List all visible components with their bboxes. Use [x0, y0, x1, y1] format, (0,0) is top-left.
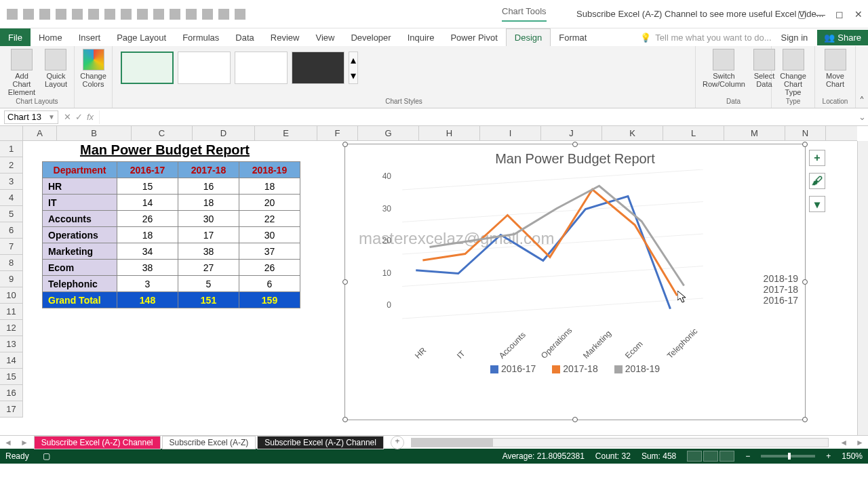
value-cell[interactable]: 30	[178, 211, 239, 227]
header-year-1[interactable]: 2016-17	[117, 162, 178, 178]
qat-icon[interactable]	[218, 9, 229, 20]
dept-cell[interactable]: Ecom	[43, 260, 117, 276]
value-cell[interactable]: 37	[239, 243, 300, 260]
value-cell[interactable]: 15	[117, 178, 178, 195]
row-header[interactable]: 4	[0, 190, 22, 206]
cells-area[interactable]: Man Power Budget Report Department 2016-…	[23, 141, 857, 435]
scroll-right-icon[interactable]: ►	[852, 438, 868, 447]
dept-cell[interactable]: Telephonic	[43, 276, 117, 292]
col-header[interactable]: N	[785, 126, 826, 140]
value-cell[interactable]: 17	[178, 227, 239, 243]
row-header[interactable]: 10	[0, 287, 22, 304]
new-sheet-button[interactable]: +	[391, 436, 404, 449]
qat-icon[interactable]	[137, 9, 148, 20]
qat-icon[interactable]	[170, 9, 180, 20]
row-header[interactable]: 16	[0, 385, 22, 401]
sheet-tab[interactable]: Subscribe Excel (A-Z) Channel	[257, 436, 384, 449]
col-header[interactable]: K	[602, 126, 663, 140]
row-header[interactable]: 3	[0, 174, 22, 190]
value-cell[interactable]: 16	[178, 178, 239, 195]
qat-icon[interactable]	[121, 9, 132, 20]
total-v2[interactable]: 151	[178, 292, 239, 308]
tab-insert[interactable]: Insert	[71, 28, 109, 46]
change-chart-type-button[interactable]: Change Chart Type	[776, 47, 810, 98]
chart-elements-button[interactable]: +	[809, 150, 825, 166]
col-header[interactable]: F	[317, 126, 358, 140]
qat-icon[interactable]	[186, 9, 197, 20]
col-header[interactable]: D	[193, 126, 255, 140]
tab-formulas[interactable]: Formulas	[174, 28, 227, 46]
tab-file[interactable]: File	[0, 28, 31, 46]
expand-formula-icon[interactable]: ⌄	[856, 112, 868, 122]
value-cell[interactable]: 6	[239, 276, 300, 292]
close-icon[interactable]: ✕	[849, 7, 868, 21]
macro-record-icon[interactable]: ▢	[43, 451, 50, 461]
value-cell[interactable]: 26	[117, 211, 178, 227]
total-label[interactable]: Grand Total	[43, 292, 117, 308]
row-header[interactable]: 15	[0, 369, 22, 385]
row-header[interactable]: 5	[0, 206, 22, 222]
col-header[interactable]: G	[358, 126, 419, 140]
qat-icon[interactable]	[72, 9, 83, 20]
ribbon-options-icon[interactable]: ▢	[792, 7, 811, 21]
row-headers[interactable]: 1234567891011121314151617	[0, 141, 23, 418]
sheet-tab[interactable]: Subscribe Excel (A-Z) Channel	[34, 436, 161, 449]
qat-icon[interactable]	[104, 9, 115, 20]
quick-layout-button[interactable]: Quick Layout	[42, 47, 70, 89]
sheet-nav-prev-icon[interactable]: ◄	[0, 438, 16, 447]
data-table[interactable]: Department 2016-17 2017-18 2018-19 HR151…	[42, 161, 300, 308]
sheet-tab[interactable]: Subscribe Excel (A-Z)	[162, 436, 256, 449]
col-header[interactable]: A	[23, 126, 57, 140]
zoom-out-icon[interactable]: −	[745, 451, 750, 461]
value-cell[interactable]: 5	[178, 276, 239, 292]
resize-handle[interactable]	[342, 142, 348, 147]
move-chart-button[interactable]: Move Chart	[819, 47, 851, 89]
chart-title[interactable]: Man Power Budget Report	[345, 144, 805, 169]
row-header[interactable]: 1	[0, 141, 22, 157]
col-header[interactable]: H	[419, 126, 480, 140]
resize-handle[interactable]	[342, 279, 348, 285]
dept-cell[interactable]: Operations	[43, 227, 117, 243]
undo-icon[interactable]	[23, 9, 34, 20]
header-year-3[interactable]: 2018-19	[239, 162, 300, 178]
minimize-icon[interactable]: —	[811, 7, 830, 21]
chart-styles-gallery[interactable]: ▴▾	[117, 47, 691, 88]
row-header[interactable]: 14	[0, 352, 22, 369]
select-all-button[interactable]	[0, 126, 23, 141]
chart-filters-button[interactable]: ▾	[809, 196, 825, 212]
normal-view-icon[interactable]	[687, 451, 702, 462]
horizontal-scrollbar[interactable]	[411, 438, 829, 447]
legend-entry[interactable]: 2017-18	[552, 363, 597, 374]
value-cell[interactable]: 20	[239, 195, 300, 211]
total-v3[interactable]: 159	[239, 292, 300, 308]
value-cell[interactable]: 14	[117, 195, 178, 211]
qat-icon[interactable]	[56, 9, 66, 20]
row-header[interactable]: 2	[0, 157, 22, 174]
row-header[interactable]: 13	[0, 336, 22, 352]
vertical-scrollbar[interactable]	[857, 141, 868, 435]
page-layout-view-icon[interactable]	[703, 451, 718, 462]
value-cell[interactable]: 27	[178, 260, 239, 276]
value-cell[interactable]: 18	[178, 195, 239, 211]
tab-view[interactable]: View	[307, 28, 342, 46]
cancel-icon[interactable]: ✕	[64, 112, 71, 122]
value-cell[interactable]: 3	[117, 276, 178, 292]
resize-handle[interactable]	[572, 142, 578, 147]
col-header[interactable]: E	[255, 126, 317, 140]
tab-home[interactable]: Home	[31, 28, 71, 46]
redo-icon[interactable]	[39, 9, 50, 20]
value-cell[interactable]: 26	[239, 260, 300, 276]
legend-entry[interactable]: 2018-19	[764, 273, 798, 284]
chart-style-3[interactable]	[235, 52, 288, 84]
sheet-nav-next-icon[interactable]: ►	[16, 438, 33, 447]
legend-entry[interactable]: 2017-18	[764, 284, 798, 295]
resize-handle[interactable]	[802, 279, 808, 285]
dept-cell[interactable]: Accounts	[43, 211, 117, 227]
resize-handle[interactable]	[802, 417, 808, 422]
value-cell[interactable]: 18	[239, 178, 300, 195]
header-year-2[interactable]: 2017-18	[178, 162, 239, 178]
formula-input[interactable]	[99, 110, 856, 124]
save-icon[interactable]	[7, 9, 18, 20]
tab-developer[interactable]: Developer	[342, 28, 399, 46]
zoom-slider[interactable]	[761, 455, 815, 458]
